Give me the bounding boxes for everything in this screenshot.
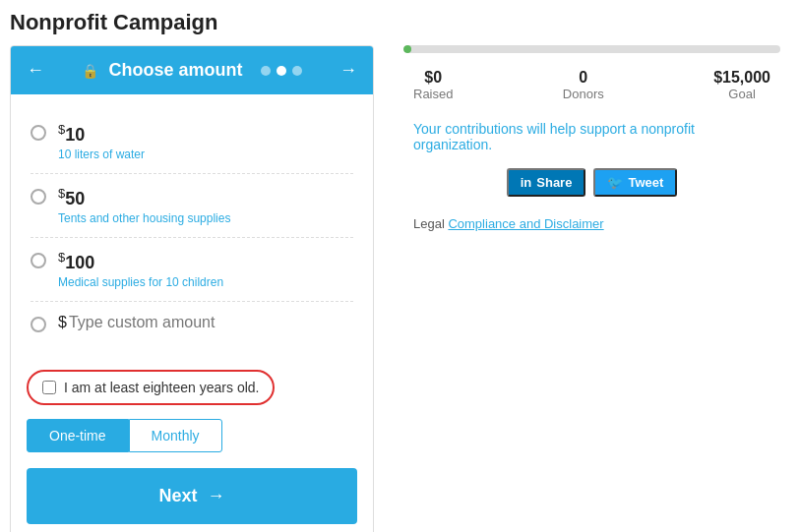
stat-donors-value: 0	[563, 69, 604, 87]
social-buttons: in Share 🐦 Tweet	[403, 168, 780, 197]
age-checkbox[interactable]	[42, 381, 56, 394]
stats-row: $0 Raised 0 Donors $15,000 Goal	[403, 69, 780, 101]
header-dots	[261, 66, 302, 76]
custom-dollar-sign: $	[58, 314, 67, 331]
support-text: Your contributions will help support a n…	[403, 121, 780, 152]
option-100-amount: $100	[58, 250, 223, 273]
option-100-desc: Medical supplies for 10 children	[58, 275, 223, 289]
one-time-button[interactable]: One-time	[27, 419, 129, 452]
linkedin-label: Share	[536, 175, 572, 190]
option-100-content: $100 Medical supplies for 10 children	[58, 250, 223, 289]
right-panel: $0 Raised 0 Donors $15,000 Goal Your con…	[394, 45, 790, 231]
frequency-toggle: One-time Monthly	[27, 419, 357, 452]
custom-amount-content: $	[58, 314, 353, 331]
next-arrow-icon: →	[208, 486, 225, 506]
left-panel: ← 🔒 Choose amount → $10 10 liters of wat…	[10, 45, 374, 532]
next-label: Next	[158, 486, 197, 506]
legal-prefix: Legal	[413, 216, 448, 231]
option-50-amount: $50	[58, 186, 230, 209]
stat-donors-label: Donors	[563, 87, 604, 101]
monthly-button[interactable]: Monthly	[129, 419, 222, 452]
header-center: 🔒 Choose amount	[82, 60, 301, 81]
radio-100[interactable]	[31, 253, 46, 268]
dot-1	[261, 66, 271, 76]
dot-2	[277, 66, 286, 76]
donation-option-50[interactable]: $50 Tents and other housing supplies	[31, 174, 353, 238]
stat-donors: 0 Donors	[563, 69, 604, 101]
stat-raised-value: $0	[413, 69, 453, 87]
progress-bar-fill	[403, 45, 411, 53]
legal-compliance-link[interactable]: Compliance and Disclaimer	[448, 216, 603, 231]
progress-bar-container	[403, 45, 780, 53]
stat-raised-label: Raised	[413, 87, 453, 101]
lock-icon: 🔒	[82, 63, 98, 79]
option-10-amount: $10	[58, 122, 145, 146]
panel-header: ← 🔒 Choose amount →	[11, 46, 373, 94]
stat-goal-label: Goal	[713, 87, 770, 101]
donation-options: $10 10 liters of water $50 Tents and oth…	[11, 94, 373, 360]
step-label: Choose amount	[108, 60, 242, 81]
custom-amount-input[interactable]	[69, 314, 353, 331]
radio-10[interactable]	[31, 125, 46, 141]
donation-option-100[interactable]: $100 Medical supplies for 10 children	[31, 238, 353, 302]
legal-section: Legal Compliance and Disclaimer	[403, 216, 780, 231]
linkedin-share-button[interactable]: in Share	[507, 168, 586, 197]
stat-goal: $15,000 Goal	[713, 69, 770, 101]
radio-custom[interactable]	[31, 317, 46, 332]
next-button[interactable]: Next →	[27, 468, 357, 524]
twitter-tweet-button[interactable]: 🐦 Tweet	[593, 168, 677, 197]
option-50-content: $50 Tents and other housing supplies	[58, 186, 230, 225]
forward-arrow-button[interactable]: →	[339, 60, 357, 81]
back-arrow-button[interactable]: ←	[27, 60, 44, 81]
option-50-desc: Tents and other housing supplies	[58, 211, 230, 225]
page-title: Nonprofit Campaign	[10, 10, 790, 35]
option-10-desc: 10 liters of water	[58, 148, 145, 161]
option-10-content: $10 10 liters of water	[58, 122, 145, 161]
twitter-label: Tweet	[628, 175, 663, 190]
stat-goal-value: $15,000	[713, 69, 770, 87]
dot-3	[292, 66, 302, 76]
main-layout: ← 🔒 Choose amount → $10 10 liters of wat…	[10, 45, 790, 532]
age-checkbox-container[interactable]: I am at least eighteen years old.	[27, 370, 275, 405]
age-label: I am at least eighteen years old.	[64, 380, 259, 395]
donation-option-custom[interactable]: $	[31, 302, 353, 344]
linkedin-icon: in	[521, 175, 532, 190]
twitter-icon: 🐦	[607, 175, 623, 190]
donation-option-10[interactable]: $10 10 liters of water	[31, 110, 353, 174]
stat-raised: $0 Raised	[413, 69, 453, 101]
radio-50[interactable]	[31, 189, 46, 205]
